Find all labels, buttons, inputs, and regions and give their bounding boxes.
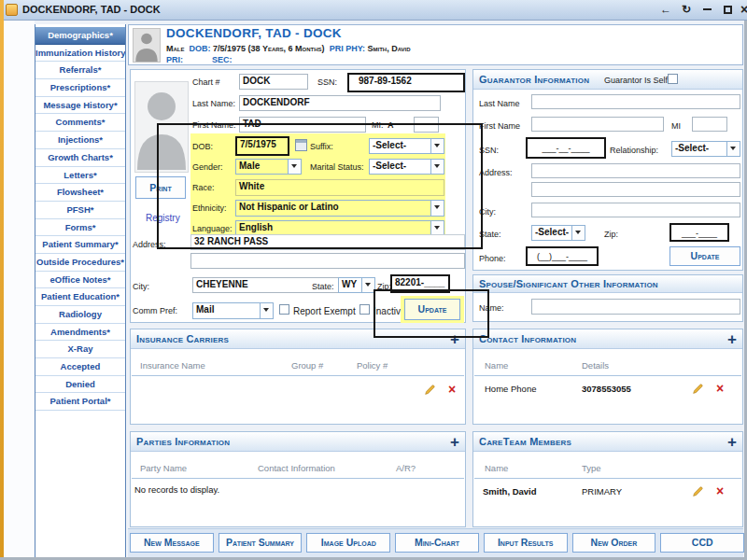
g-address-field[interactable] (531, 163, 740, 178)
last-name-label: Last Name: (192, 99, 235, 108)
sidebar: Demographics* Immunization History* Refe… (35, 24, 126, 557)
sidebar-item-pfsh[interactable]: PFSH* (35, 202, 125, 219)
g-last-name-label: Last Name (479, 99, 520, 108)
dropdown-button[interactable] (571, 226, 585, 240)
edit-careteam-icon[interactable] (692, 484, 704, 501)
minimize-icon[interactable] (698, 2, 715, 19)
sidebar-item-patient-education[interactable]: Patient Education* (35, 288, 125, 306)
dob-field[interactable]: 7/5/1975 (235, 136, 289, 156)
add-insurance-icon[interactable]: + (450, 330, 459, 348)
dropdown-button[interactable] (430, 139, 444, 153)
add-party-icon[interactable]: + (450, 433, 459, 451)
edit-contact-icon[interactable] (692, 382, 704, 399)
sidebar-item-accepted[interactable]: Accepted (35, 358, 125, 376)
g-last-name-field[interactable] (531, 94, 740, 109)
address-field[interactable]: 32 RANCH PASS (190, 234, 465, 250)
close-icon[interactable]: × (736, 2, 747, 19)
print-button[interactable]: Print (135, 176, 186, 199)
sidebar-item-amendments[interactable]: Amendments* (35, 324, 125, 342)
sidebar-item-outside-procedures[interactable]: Outside Procedures* (35, 254, 125, 272)
app-icon (6, 4, 18, 16)
image-upload-button[interactable]: Image Upload (306, 533, 390, 553)
sidebar-item-patient-summary[interactable]: Patient Summary* (35, 236, 125, 254)
sidebar-item-growth-charts[interactable]: Growth Charts* (35, 149, 125, 167)
input-results-button[interactable]: Input Results (484, 533, 568, 553)
add-careteam-icon[interactable]: + (727, 433, 737, 451)
chart-field[interactable]: DOCK (239, 74, 308, 90)
mini-chart-button[interactable]: Mini-Chart (395, 533, 479, 553)
comm-pref-dropdown[interactable]: Mail (192, 302, 274, 319)
g-phone-field[interactable]: (__)___-____ (526, 246, 599, 266)
zip-field[interactable]: 82201-____ (390, 274, 450, 293)
race-field[interactable]: White (235, 179, 444, 196)
g-first-name-field[interactable] (531, 117, 664, 132)
g-city-field[interactable] (531, 203, 740, 217)
refresh-icon[interactable]: ↻ (678, 2, 695, 19)
dropdown-button[interactable] (726, 142, 740, 156)
sidebar-item-xray[interactable]: X-Ray (35, 341, 125, 358)
sidebar-item-eoffice-notes[interactable]: eOffice Notes* (35, 272, 125, 289)
sidebar-item-message-history[interactable]: Message History* (35, 97, 125, 115)
spouse-name-field[interactable] (531, 299, 740, 315)
g-address2-field[interactable] (531, 182, 740, 197)
sidebar-item-referrals[interactable]: Referrals* (35, 62, 125, 79)
sidebar-item-patient-portal[interactable]: Patient Portal* (35, 393, 125, 411)
edit-insurance-icon[interactable] (424, 383, 436, 399)
delete-careteam-icon[interactable]: × (716, 485, 724, 497)
g-relationship-dropdown[interactable]: -Select- (671, 141, 740, 157)
sidebar-item-comments[interactable]: Comments* (35, 114, 125, 132)
suffix-dropdown[interactable]: -Select- (369, 138, 444, 154)
first-name-field[interactable]: TAD (239, 117, 366, 133)
demographics-update-button[interactable]: Update (404, 299, 460, 320)
language-value: English (239, 222, 273, 232)
delete-insurance-icon[interactable]: × (448, 384, 456, 395)
last-name-field[interactable]: DOCKENDORF (239, 95, 441, 111)
dropdown-button[interactable] (361, 278, 374, 292)
g-state-dropdown[interactable]: -Select- (531, 225, 585, 241)
gender-dropdown[interactable]: Male (235, 159, 302, 175)
sidebar-item-letters[interactable]: Letters* (35, 167, 125, 185)
suffix-label: Suffix: (310, 142, 333, 151)
calendar-icon[interactable] (295, 139, 307, 151)
parties-empty-text: No records to display. (134, 484, 219, 495)
guarantor-update-button[interactable]: Update (669, 246, 740, 266)
report-exempt-checkbox[interactable] (279, 304, 289, 315)
sidebar-item-demographics[interactable]: Demographics* (35, 27, 125, 45)
dropdown-button[interactable] (288, 160, 301, 174)
g-ssn-field[interactable]: ___-__-____ (526, 137, 606, 159)
guarantor-is-self-checkbox[interactable] (668, 74, 678, 84)
maximize-icon[interactable] (719, 2, 736, 19)
sidebar-item-prescriptions[interactable]: Prescriptions* (35, 79, 125, 97)
sidebar-item-injections[interactable]: Injections* (35, 132, 125, 149)
sidebar-item-denied[interactable]: Denied (35, 376, 125, 394)
mi-field[interactable] (414, 117, 439, 133)
insurance-col-name: Insurance Name (140, 360, 205, 371)
ccd-button[interactable]: CCD (660, 533, 744, 553)
ethnicity-dropdown[interactable]: Not Hispanic or Latino (235, 200, 444, 217)
dropdown-button[interactable] (430, 160, 444, 174)
sidebar-item-forms[interactable]: Forms* (35, 219, 125, 237)
address2-field[interactable] (190, 253, 465, 269)
g-state-label: State: (479, 230, 501, 239)
inactive-checkbox[interactable] (359, 304, 370, 315)
patient-summary-button[interactable]: Patient Summary (218, 533, 303, 553)
divider (474, 375, 741, 376)
sidebar-item-immunization-history[interactable]: Immunization History* (35, 45, 125, 63)
marital-status-dropdown[interactable]: -Select- (369, 159, 444, 175)
dropdown-button[interactable] (430, 201, 444, 216)
ssn-field[interactable]: 987-89-1562 (347, 73, 465, 92)
g-mi-field[interactable] (692, 117, 727, 132)
registry-link[interactable]: Registry (146, 213, 180, 223)
dropdown-arrow-icon (434, 226, 440, 230)
g-zip-field[interactable]: ___-____ (669, 223, 729, 242)
new-message-button[interactable]: New Message (130, 533, 214, 553)
add-contact-icon[interactable]: + (727, 330, 737, 348)
sidebar-item-radiology[interactable]: Radiology (35, 306, 125, 324)
state-dropdown[interactable]: WY (338, 277, 375, 293)
back-icon[interactable]: ← (657, 2, 674, 19)
guarantor-is-self-label: Guarantor Is Self (604, 76, 668, 85)
dropdown-button[interactable] (260, 303, 273, 318)
sidebar-item-flowsheet[interactable]: Flowsheet* (35, 184, 125, 202)
delete-contact-icon[interactable]: × (716, 383, 724, 394)
new-order-button[interactable]: New Order (572, 533, 656, 553)
